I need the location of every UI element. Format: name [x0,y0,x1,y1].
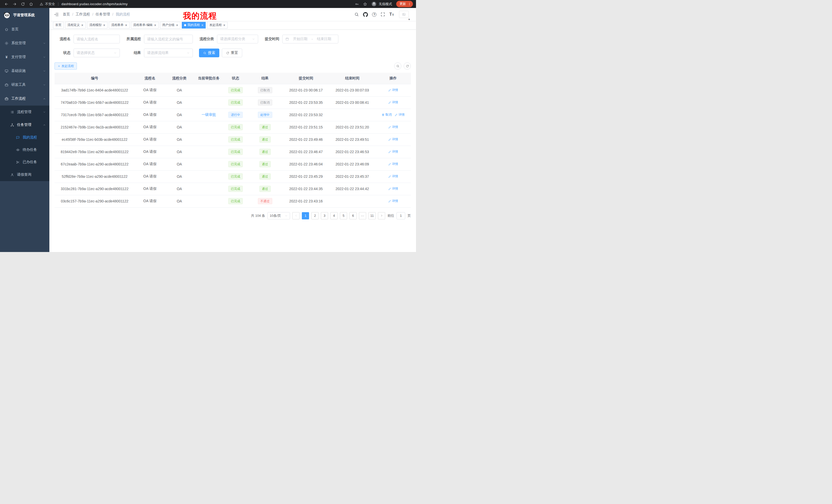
detail-link[interactable]: 详情 [388,149,398,154]
page-button-3[interactable]: 3 [321,212,328,219]
breadcrumb-item[interactable]: 工作流程 [76,12,90,17]
page-button-1[interactable]: 1 [302,212,309,219]
sidebar-item-workflow[interactable]: 工作流程 [0,92,49,106]
detail-link[interactable]: 详情 [388,187,398,191]
status-tag: 已完成 [228,124,243,130]
status-tag: 已完成 [228,136,243,143]
create-process-button[interactable]: 发起流程 [54,62,77,69]
sidebar-item-todo-tasks[interactable]: 待办任务 [0,144,49,156]
tab-my-process[interactable]: 我的流程× [182,22,206,29]
sidebar-item-done-tasks[interactable]: 已办任务 [0,156,49,168]
chevron-down-icon [285,214,288,217]
toggle-search-button[interactable] [394,62,401,69]
caret-down-icon[interactable]: ▾ [408,18,410,21]
more-pages-button[interactable]: ··· [359,212,366,219]
detail-link[interactable]: 详情 [388,100,398,105]
sidebar-toggle-icon[interactable] [54,12,59,17]
detail-link[interactable]: 详情 [388,125,398,129]
sidebar-item-system[interactable]: 系统管理 [0,36,49,50]
tab-process-form[interactable]: 流程表单× [109,22,129,29]
close-icon[interactable]: × [223,23,225,27]
sidebar-item-home[interactable]: 首页 [0,22,49,36]
tab-process-form-edit[interactable]: 流程表单-编辑× [131,22,159,29]
start-date-placeholder[interactable]: 开始日期 [289,37,312,41]
user-avatar[interactable]: ▾ [399,11,409,18]
current-task-link[interactable]: 一级审批 [202,113,216,117]
detail-link[interactable]: 详情 [388,199,398,203]
refresh-table-button[interactable] [404,62,411,69]
next-page-button[interactable] [378,212,385,219]
close-icon[interactable]: × [201,23,203,27]
menu-label: 任务管理 [17,122,31,127]
breadcrumb-item[interactable]: 首页 [63,12,70,17]
tab-home[interactable]: 首页 [53,22,64,29]
page-button-4[interactable]: 4 [330,212,338,219]
edit-icon [388,150,391,153]
browser-back-button[interactable] [3,1,10,7]
detail-link[interactable]: 详情 [388,137,398,142]
result-select[interactable]: 请选择流结果 [144,49,193,57]
sidebar-item-task-management[interactable]: 任务管理 [0,118,49,131]
search-icon[interactable] [354,12,359,17]
page-button-6[interactable]: 6 [349,212,357,219]
sidebar-item-devtools[interactable]: 研发工具 [0,78,49,92]
close-icon[interactable]: × [103,23,105,27]
browser-forward-button[interactable] [11,1,18,7]
cancel-link[interactable]: 取消 [382,113,392,117]
browser-home-button[interactable] [28,1,34,7]
detail-link[interactable]: 详情 [388,174,398,178]
detail-link[interactable]: 详情 [395,113,405,117]
reset-button[interactable]: 重置 [222,49,242,57]
cell-status: 已完成 [224,195,247,207]
sidebar-menu: 首页 系统管理 ¥ 支付管理 基础设施 [0,22,49,181]
tab-user-group[interactable]: 用户分组× [160,22,181,29]
page-button-2[interactable]: 2 [311,212,318,219]
close-icon[interactable]: × [154,23,156,27]
browser-reload-button[interactable] [20,1,26,7]
end-date-placeholder[interactable]: 结束日期 [313,37,335,41]
breadcrumb-item[interactable]: 任务管理 [96,12,110,17]
sidebar-item-infrastructure[interactable]: 基础设施 [0,64,49,78]
menu-dots-icon[interactable] [408,2,411,6]
page-button-11[interactable]: 11 [368,212,375,219]
close-icon[interactable]: × [125,23,127,27]
result-tag: 通过 [259,161,271,167]
password-key-icon[interactable] [355,2,359,6]
result-label: 结果 [126,51,141,55]
bookmark-star-icon[interactable] [363,2,367,6]
tab-process-definition[interactable]: 流程定义× [65,22,86,29]
process-name-input[interactable] [74,35,120,44]
app-logo[interactable]: 芋道管理系统 [0,8,49,22]
process-category-select[interactable]: 请选择流程分类 [217,35,258,44]
font-size-icon[interactable]: TT [389,12,394,17]
menu-label: 待办任务 [23,147,37,152]
security-label[interactable]: 不安全 [45,2,55,6]
close-icon[interactable]: × [176,23,178,27]
tab-process-model[interactable]: 流程模型× [87,22,107,29]
sidebar-item-payment[interactable]: ¥ 支付管理 [0,50,49,64]
github-icon[interactable] [363,12,368,17]
goto-page-input[interactable] [396,212,405,219]
sidebar-item-leave-query[interactable]: 请假查询 [0,168,49,181]
page-size-select[interactable]: 10条/页 [267,212,290,219]
detail-link[interactable]: 详情 [388,162,398,166]
sidebar-item-my-process[interactable]: 我的流程 [0,131,49,144]
incognito-profile[interactable]: 无痕模式 [371,1,392,7]
cell-submit-time: 2022-01-22 23:53:32 [283,109,329,121]
submit-time-range-picker[interactable]: 开始日期 - 结束日期 [282,35,338,44]
fullscreen-icon[interactable] [381,12,385,17]
status-select[interactable]: 请选择状态 [74,49,120,57]
process-definition-input[interactable] [144,35,193,44]
close-icon[interactable]: × [81,23,83,27]
address-bar[interactable]: 不安全 dashboard.yudao.iocoder.cn/bpm/task/… [40,2,128,6]
sidebar-item-process-management[interactable]: 流程管理 [0,106,49,118]
help-icon[interactable]: ? [372,12,376,17]
prev-page-button[interactable] [292,212,300,219]
page-button-5[interactable]: 5 [340,212,347,219]
detail-link[interactable]: 详情 [388,88,398,92]
tab-start-process[interactable]: 发起流程× [207,22,228,29]
search-button[interactable]: 搜索 [199,49,219,57]
url-text[interactable]: dashboard.yudao.iocoder.cn/bpm/task/my [61,2,128,6]
update-button[interactable]: 更新 [396,1,413,7]
menu-label: 支付管理 [11,55,26,59]
